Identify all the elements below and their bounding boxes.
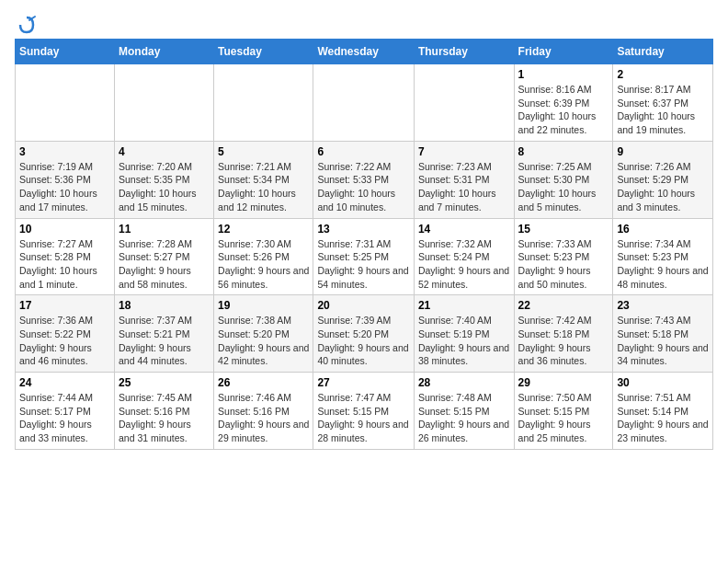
day-number: 29 — [518, 376, 609, 389]
calendar-cell: 11Sunrise: 7:28 AMSunset: 5:27 PMDayligh… — [114, 218, 213, 295]
calendar: SundayMondayTuesdayWednesdayThursdayFrid… — [15, 39, 713, 450]
day-info: Sunrise: 7:40 AMSunset: 5:19 PMDaylight:… — [418, 314, 510, 368]
day-info: Sunrise: 7:19 AMSunset: 5:36 PMDaylight:… — [19, 160, 110, 214]
day-number: 9 — [617, 145, 709, 158]
day-info: Sunrise: 7:50 AMSunset: 5:15 PMDaylight:… — [518, 391, 609, 445]
day-info: Sunrise: 7:27 AMSunset: 5:28 PMDaylight:… — [19, 237, 110, 292]
calendar-cell: 30Sunrise: 7:51 AMSunset: 5:14 PMDayligh… — [613, 373, 713, 450]
day-number: 5 — [218, 145, 309, 158]
day-info: Sunrise: 7:51 AMSunset: 5:14 PMDaylight:… — [617, 391, 709, 445]
day-number: 28 — [418, 376, 510, 389]
day-number: 3 — [19, 145, 110, 158]
day-header-tuesday: Tuesday — [214, 40, 313, 64]
calendar-week-1: 1Sunrise: 8:16 AMSunset: 6:39 PMDaylight… — [16, 64, 713, 142]
day-header-wednesday: Wednesday — [313, 40, 415, 64]
page-header — [15, 15, 713, 31]
day-number: 19 — [218, 299, 309, 312]
day-info: Sunrise: 7:21 AMSunset: 5:34 PMDaylight:… — [218, 160, 309, 214]
calendar-cell: 28Sunrise: 7:48 AMSunset: 5:15 PMDayligh… — [414, 373, 514, 450]
calendar-cell: 3Sunrise: 7:19 AMSunset: 5:36 PMDaylight… — [16, 141, 115, 218]
calendar-cell: 10Sunrise: 7:27 AMSunset: 5:28 PMDayligh… — [16, 218, 115, 295]
day-info: Sunrise: 7:22 AMSunset: 5:33 PMDaylight:… — [317, 160, 410, 214]
calendar-cell — [414, 64, 514, 142]
calendar-cell — [214, 64, 313, 142]
day-info: Sunrise: 7:33 AMSunset: 5:23 PMDaylight:… — [518, 237, 609, 292]
day-info: Sunrise: 7:46 AMSunset: 5:16 PMDaylight:… — [218, 391, 309, 445]
day-header-thursday: Thursday — [414, 40, 514, 64]
calendar-cell: 2Sunrise: 8:17 AMSunset: 6:37 PMDaylight… — [613, 64, 713, 142]
calendar-cell: 14Sunrise: 7:32 AMSunset: 5:24 PMDayligh… — [414, 218, 514, 295]
calendar-cell: 5Sunrise: 7:21 AMSunset: 5:34 PMDaylight… — [214, 141, 313, 218]
day-header-sunday: Sunday — [16, 40, 115, 64]
calendar-cell: 13Sunrise: 7:31 AMSunset: 5:25 PMDayligh… — [313, 218, 415, 295]
calendar-week-3: 10Sunrise: 7:27 AMSunset: 5:28 PMDayligh… — [16, 218, 713, 295]
day-info: Sunrise: 7:37 AMSunset: 5:21 PMDaylight:… — [119, 314, 210, 368]
day-info: Sunrise: 7:43 AMSunset: 5:18 PMDaylight:… — [617, 314, 709, 368]
day-number: 11 — [119, 223, 210, 236]
day-info: Sunrise: 7:34 AMSunset: 5:23 PMDaylight:… — [617, 237, 709, 292]
day-header-monday: Monday — [114, 40, 213, 64]
day-number: 24 — [19, 376, 110, 389]
calendar-cell: 29Sunrise: 7:50 AMSunset: 5:15 PMDayligh… — [514, 373, 613, 450]
logo — [15, 15, 37, 31]
calendar-cell: 18Sunrise: 7:37 AMSunset: 5:21 PMDayligh… — [114, 295, 213, 373]
day-info: Sunrise: 7:47 AMSunset: 5:15 PMDaylight:… — [317, 391, 410, 445]
day-number: 13 — [317, 223, 410, 236]
calendar-cell: 24Sunrise: 7:44 AMSunset: 5:17 PMDayligh… — [16, 373, 115, 450]
calendar-cell — [114, 64, 213, 142]
day-info: Sunrise: 7:39 AMSunset: 5:20 PMDaylight:… — [317, 314, 410, 368]
day-info: Sunrise: 7:20 AMSunset: 5:35 PMDaylight:… — [119, 160, 210, 214]
day-number: 26 — [218, 376, 309, 389]
calendar-cell: 12Sunrise: 7:30 AMSunset: 5:26 PMDayligh… — [214, 218, 313, 295]
day-number: 30 — [617, 376, 709, 389]
day-number: 12 — [218, 223, 309, 236]
day-info: Sunrise: 7:25 AMSunset: 5:30 PMDaylight:… — [518, 160, 609, 214]
day-number: 22 — [518, 299, 609, 312]
day-info: Sunrise: 7:38 AMSunset: 5:20 PMDaylight:… — [218, 314, 309, 368]
day-number: 18 — [119, 299, 210, 312]
calendar-header-row: SundayMondayTuesdayWednesdayThursdayFrid… — [16, 40, 713, 64]
day-info: Sunrise: 8:17 AMSunset: 6:37 PMDaylight:… — [617, 83, 709, 137]
day-number: 7 — [418, 145, 510, 158]
calendar-week-5: 24Sunrise: 7:44 AMSunset: 5:17 PMDayligh… — [16, 373, 713, 450]
day-header-friday: Friday — [514, 40, 613, 64]
calendar-cell: 6Sunrise: 7:22 AMSunset: 5:33 PMDaylight… — [313, 141, 415, 218]
day-info: Sunrise: 7:36 AMSunset: 5:22 PMDaylight:… — [19, 314, 110, 368]
day-number: 4 — [119, 145, 210, 158]
calendar-cell: 26Sunrise: 7:46 AMSunset: 5:16 PMDayligh… — [214, 373, 313, 450]
day-info: Sunrise: 8:16 AMSunset: 6:39 PMDaylight:… — [518, 83, 609, 137]
day-header-saturday: Saturday — [613, 40, 713, 64]
calendar-cell: 20Sunrise: 7:39 AMSunset: 5:20 PMDayligh… — [313, 295, 415, 373]
day-info: Sunrise: 7:42 AMSunset: 5:18 PMDaylight:… — [518, 314, 609, 368]
day-info: Sunrise: 7:31 AMSunset: 5:25 PMDaylight:… — [317, 237, 410, 292]
calendar-cell: 27Sunrise: 7:47 AMSunset: 5:15 PMDayligh… — [313, 373, 415, 450]
calendar-cell: 21Sunrise: 7:40 AMSunset: 5:19 PMDayligh… — [414, 295, 514, 373]
day-info: Sunrise: 7:32 AMSunset: 5:24 PMDaylight:… — [418, 237, 510, 292]
day-info: Sunrise: 7:23 AMSunset: 5:31 PMDaylight:… — [418, 160, 510, 214]
day-info: Sunrise: 7:45 AMSunset: 5:16 PMDaylight:… — [119, 391, 210, 445]
day-info: Sunrise: 7:28 AMSunset: 5:27 PMDaylight:… — [119, 237, 210, 292]
calendar-week-2: 3Sunrise: 7:19 AMSunset: 5:36 PMDaylight… — [16, 141, 713, 218]
calendar-cell: 1Sunrise: 8:16 AMSunset: 6:39 PMDaylight… — [514, 64, 613, 142]
calendar-cell — [16, 64, 115, 142]
day-number: 8 — [518, 145, 609, 158]
day-number: 1 — [518, 68, 609, 81]
day-info: Sunrise: 7:48 AMSunset: 5:15 PMDaylight:… — [418, 391, 510, 445]
calendar-cell: 23Sunrise: 7:43 AMSunset: 5:18 PMDayligh… — [613, 295, 713, 373]
day-info: Sunrise: 7:30 AMSunset: 5:26 PMDaylight:… — [218, 237, 309, 292]
calendar-cell: 8Sunrise: 7:25 AMSunset: 5:30 PMDaylight… — [514, 141, 613, 218]
calendar-week-4: 17Sunrise: 7:36 AMSunset: 5:22 PMDayligh… — [16, 295, 713, 373]
calendar-cell: 25Sunrise: 7:45 AMSunset: 5:16 PMDayligh… — [114, 373, 213, 450]
calendar-cell: 16Sunrise: 7:34 AMSunset: 5:23 PMDayligh… — [613, 218, 713, 295]
calendar-cell: 15Sunrise: 7:33 AMSunset: 5:23 PMDayligh… — [514, 218, 613, 295]
calendar-cell — [313, 64, 415, 142]
calendar-cell: 4Sunrise: 7:20 AMSunset: 5:35 PMDaylight… — [114, 141, 213, 218]
day-info: Sunrise: 7:26 AMSunset: 5:29 PMDaylight:… — [617, 160, 709, 214]
logo-icon — [17, 15, 37, 35]
day-number: 10 — [19, 223, 110, 236]
day-number: 27 — [317, 376, 410, 389]
day-number: 17 — [19, 299, 110, 312]
day-number: 15 — [518, 223, 609, 236]
day-number: 21 — [418, 299, 510, 312]
calendar-cell: 9Sunrise: 7:26 AMSunset: 5:29 PMDaylight… — [613, 141, 713, 218]
